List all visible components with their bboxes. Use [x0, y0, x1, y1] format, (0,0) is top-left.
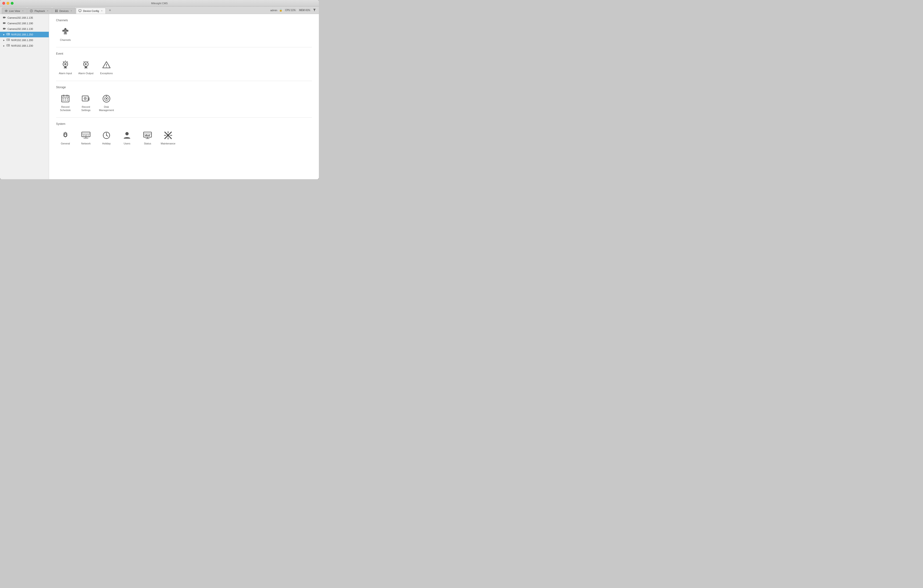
camera-icon-2: [3, 22, 6, 25]
alarm-output-label: Alarm Output: [79, 72, 94, 75]
svg-point-32: [64, 63, 67, 66]
record-settings-label: Record Settings: [77, 105, 94, 112]
svg-rect-30: [66, 30, 68, 32]
channels-icon: [60, 26, 71, 37]
tab-playback-label: Playback: [34, 10, 45, 12]
tab-device-config[interactable]: Device Config ×: [76, 8, 106, 14]
storage-divider: [56, 117, 312, 118]
disk-management-label: Disk Management: [98, 105, 115, 112]
channels-item[interactable]: Channels: [56, 25, 75, 43]
sidebar-item-nvr-250[interactable]: ▶ NVR192.168.1.250: [0, 32, 49, 37]
sidebar-item-camera-130[interactable]: Camera192.168.1.130: [0, 26, 49, 32]
camera-130-label: Camera192.168.1.130: [7, 28, 47, 30]
sidebar-item-camera-135[interactable]: Camera192.168.1.135: [0, 15, 49, 21]
status-icon: [142, 130, 153, 141]
svg-point-40: [85, 63, 87, 66]
general-label: General: [61, 142, 70, 145]
svg-point-47: [106, 67, 107, 67]
storage-section-header: Storage: [56, 86, 312, 89]
minimize-button[interactable]: [7, 2, 9, 5]
event-items: Alarm Input: [56, 58, 312, 77]
svg-point-17: [7, 39, 7, 40]
record-schedule-item[interactable]: Record Schedule: [56, 92, 75, 114]
app-title: Milesight CMS: [151, 2, 168, 5]
tab-playback-close[interactable]: ×: [46, 10, 49, 12]
close-button[interactable]: [2, 2, 5, 5]
tab-playback[interactable]: Playback ×: [27, 8, 52, 14]
expand-arrow-nvr-200: ▶: [3, 39, 5, 41]
holiday-item[interactable]: Holiday: [97, 128, 116, 147]
sidebar-item-nvr-200[interactable]: ▶ NVR192.168.1.200: [0, 37, 49, 43]
status-item[interactable]: Status: [138, 128, 157, 147]
camera-icon: [3, 16, 6, 20]
eye-icon: [5, 9, 8, 13]
tab-live-view-close[interactable]: ×: [21, 10, 24, 12]
svg-rect-88: [144, 132, 151, 137]
channels-items: Channels: [56, 25, 312, 43]
tab-device-config-close[interactable]: ×: [100, 10, 103, 12]
disk-management-icon: [101, 93, 112, 104]
holiday-icon: [101, 130, 112, 141]
nvr-200-label: NVR192.168.1.200: [11, 39, 47, 41]
config-icon: [79, 9, 82, 13]
app-window: Milesight CMS Live View × Playback: [0, 0, 319, 179]
nvr-icon: [7, 33, 10, 36]
svg-point-12: [7, 34, 7, 34]
svg-line-33: [63, 61, 64, 62]
svg-rect-54: [67, 98, 68, 99]
record-settings-item[interactable]: Record Settings: [77, 92, 95, 114]
sidebar-item-camera-190[interactable]: Camera192.168.1.190: [0, 21, 49, 26]
nvr-230-label: NVR192.168.1.230: [11, 44, 47, 47]
network-icon: [81, 130, 91, 141]
svg-rect-52: [62, 98, 64, 99]
nvr-icon-3: [7, 44, 10, 47]
record-schedule-label: Record Schedule: [57, 105, 74, 112]
exceptions-item[interactable]: Exceptions: [97, 58, 116, 77]
maintenance-icon: [163, 130, 173, 141]
mem-indicator: MEM 41%: [298, 9, 311, 11]
svg-rect-6: [57, 11, 57, 12]
sidebar-item-nvr-230[interactable]: ▶ NVR192.168.1.230: [0, 43, 49, 49]
record-schedule-icon: [60, 93, 71, 104]
alarm-input-icon: [60, 60, 71, 70]
grid-icon: [55, 9, 58, 13]
svg-rect-53: [65, 98, 66, 99]
maximize-button[interactable]: [11, 2, 13, 5]
maintenance-label: Maintenance: [161, 142, 176, 145]
system-section-header: System: [56, 122, 312, 126]
tab-live-view[interactable]: Live View ×: [2, 8, 27, 14]
svg-rect-57: [67, 100, 68, 101]
header-right: admin 🔒 CPU 11% MEM 41%: [270, 8, 316, 12]
record-settings-icon: [81, 93, 91, 104]
svg-rect-29: [62, 30, 65, 32]
camera-135-label: Camera192.168.1.135: [7, 16, 47, 19]
svg-line-34: [67, 61, 68, 62]
svg-marker-10: [313, 9, 316, 11]
disk-management-item[interactable]: Disk Management: [97, 92, 116, 114]
filter-icon[interactable]: [313, 8, 316, 12]
tab-devices-close[interactable]: ×: [70, 10, 73, 12]
expand-arrow-nvr-250: ▶: [3, 33, 5, 36]
add-tab-button[interactable]: +: [107, 7, 113, 13]
maintenance-item[interactable]: Maintenance: [159, 128, 177, 147]
holiday-label: Holiday: [102, 142, 111, 145]
alarm-output-item[interactable]: Alarm Output: [77, 58, 95, 77]
svg-rect-3: [55, 10, 56, 11]
svg-point-0: [6, 10, 7, 11]
svg-rect-55: [62, 100, 64, 101]
alarm-input-item[interactable]: Alarm Input: [56, 58, 75, 77]
tabbar: Live View × Playback ×: [0, 7, 319, 14]
general-item[interactable]: General: [56, 128, 75, 147]
svg-point-28: [64, 28, 66, 30]
users-item[interactable]: Users: [118, 128, 136, 147]
exceptions-icon: [101, 60, 112, 70]
lock-icon: 🔒: [279, 9, 282, 11]
network-item[interactable]: Network: [77, 128, 95, 147]
play-icon: [30, 9, 33, 13]
storage-section: Storage: [56, 86, 312, 118]
channels-section: Channels Channels: [56, 19, 312, 47]
username-label: admin: [270, 9, 277, 11]
tab-devices[interactable]: Devices ×: [52, 8, 76, 14]
exceptions-label: Exceptions: [100, 72, 113, 75]
sidebar: Camera192.168.1.135 Camera192.168.1.190 …: [0, 14, 49, 179]
